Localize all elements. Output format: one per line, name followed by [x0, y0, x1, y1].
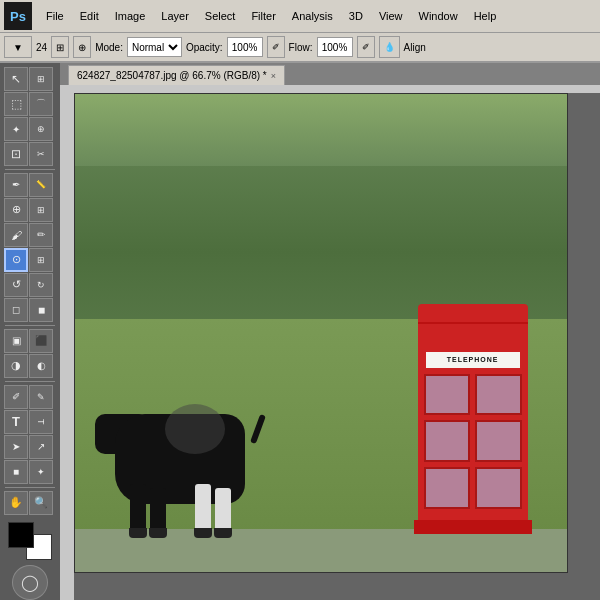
- menu-filter[interactable]: Filter: [243, 6, 283, 26]
- shape-tool[interactable]: ■: [4, 460, 28, 484]
- clone-stamp-tool[interactable]: ⊙: [4, 248, 28, 272]
- menu-view[interactable]: View: [371, 6, 411, 26]
- telephone-box: TELEPHONE: [418, 304, 528, 534]
- opacity-label: Opacity:: [186, 42, 223, 53]
- cow-leg-4: [215, 488, 231, 534]
- extra-tool-ellipse[interactable]: ◯: [12, 565, 48, 600]
- fill-tools: ▣ ⬛: [4, 329, 56, 353]
- history-tools: ↺ ↻: [4, 273, 56, 297]
- paint-tools: 🖌 ✏: [4, 223, 56, 247]
- custom-shape-tool[interactable]: ✦: [29, 460, 53, 484]
- brush-size-label: 24: [36, 42, 47, 53]
- spot-heal-tool[interactable]: ⊕: [4, 198, 28, 222]
- flow-pen-btn[interactable]: ✐: [357, 36, 375, 58]
- tab-bar: 624827_82504787.jpg @ 66.7% (RGB/8) * ×: [60, 63, 600, 85]
- flow-input[interactable]: [317, 37, 353, 57]
- menu-analysis[interactable]: Analysis: [284, 6, 341, 26]
- sample-tools: ✒ 📏: [4, 173, 56, 197]
- menu-file[interactable]: File: [38, 6, 72, 26]
- ruler-top: [60, 85, 600, 93]
- menu-items: File Edit Image Layer Select Filter Anal…: [38, 6, 504, 26]
- menu-select[interactable]: Select: [197, 6, 244, 26]
- heal-tools: ⊕ ⊞: [4, 198, 56, 222]
- left-toolbar: ↖ ⊞ ⬚ ⌒ ✦ ⊕ ⊡ ✂ ✒ 📏 ⊕ ⊞ 🖌: [0, 63, 60, 600]
- quick-select-tool[interactable]: ⊕: [29, 117, 53, 141]
- cow-patch: [165, 404, 225, 454]
- mode-type-btn[interactable]: ⊕: [73, 36, 91, 58]
- gradient-tool[interactable]: ▣: [4, 329, 28, 353]
- separator-1: [5, 169, 55, 170]
- canvas-area: 624827_82504787.jpg @ 66.7% (RGB/8) * ×: [60, 63, 600, 600]
- bg-eraser-tool[interactable]: ◼: [29, 298, 53, 322]
- art-history-brush-tool[interactable]: ↻: [29, 273, 53, 297]
- cow-hoof-4: [214, 528, 232, 538]
- magic-wand-tool[interactable]: ✦: [4, 117, 28, 141]
- fill-tool[interactable]: ⬛: [29, 329, 53, 353]
- menu-window[interactable]: Window: [411, 6, 466, 26]
- cow-hoof-3: [194, 528, 212, 538]
- phonebox-windows: [424, 374, 522, 509]
- crop-tools: ⊡ ✂: [4, 142, 56, 166]
- freeform-pen-tool[interactable]: ✎: [29, 385, 53, 409]
- tab-close-btn[interactable]: ×: [271, 71, 276, 81]
- path-select-tool[interactable]: ➤: [4, 435, 28, 459]
- heal-tool[interactable]: ⊞: [29, 198, 53, 222]
- phonebox-sign: TELEPHONE: [426, 352, 520, 368]
- main-area: ↖ ⊞ ⬚ ⌒ ✦ ⊕ ⊡ ✂ ✒ 📏 ⊕ ⊞ 🖌: [0, 63, 600, 600]
- artboard-tool[interactable]: ⊞: [29, 67, 53, 91]
- cow-hoof-1: [129, 528, 147, 538]
- vertical-text-tool[interactable]: T: [29, 410, 53, 434]
- direct-select-tool[interactable]: ↗: [29, 435, 53, 459]
- foreground-color-swatch[interactable]: [8, 522, 34, 548]
- move-tools: ↖ ⊞: [4, 67, 56, 91]
- opacity-input[interactable]: [227, 37, 263, 57]
- dodge-tool[interactable]: ◑: [4, 354, 28, 378]
- move-tool[interactable]: ↖: [4, 67, 28, 91]
- menubar: Ps File Edit Image Layer Select Filter A…: [0, 0, 600, 33]
- hand-tool[interactable]: ✋: [4, 491, 28, 515]
- pattern-stamp-tool[interactable]: ⊞: [29, 248, 53, 272]
- brush-presets-btn[interactable]: ⊞: [51, 36, 69, 58]
- cow-leg-2: [150, 488, 166, 534]
- path-tools: ➤ ↗: [4, 435, 56, 459]
- eraser-tool[interactable]: ◻: [4, 298, 28, 322]
- cow-hoof-2: [149, 528, 167, 538]
- slice-tool[interactable]: ✂: [29, 142, 53, 166]
- menu-help[interactable]: Help: [466, 6, 505, 26]
- mode-select[interactable]: Normal: [127, 37, 182, 57]
- phonebox-window-4: [475, 420, 522, 462]
- phonebox-window-2: [475, 374, 522, 416]
- pen-tool[interactable]: ✐: [4, 385, 28, 409]
- phonebox-window-6: [475, 467, 522, 509]
- ps-logo: Ps: [4, 2, 32, 30]
- menu-3d[interactable]: 3D: [341, 6, 371, 26]
- menu-image[interactable]: Image: [107, 6, 154, 26]
- align-label: Align: [404, 42, 426, 53]
- shape-tools: ■ ✦: [4, 460, 56, 484]
- separator-3: [5, 381, 55, 382]
- brush-picker-btn[interactable]: ▼: [4, 36, 32, 58]
- zoom-tool[interactable]: 🔍: [29, 491, 53, 515]
- eyedropper-tool[interactable]: ✒: [4, 173, 28, 197]
- ruler-tool[interactable]: 📏: [29, 173, 53, 197]
- menu-edit[interactable]: Edit: [72, 6, 107, 26]
- text-tool[interactable]: T: [4, 410, 28, 434]
- cow: [95, 364, 275, 534]
- menu-layer[interactable]: Layer: [153, 6, 197, 26]
- image-canvas[interactable]: TELEPHONE: [74, 93, 568, 573]
- crop-tool[interactable]: ⊡: [4, 142, 28, 166]
- sky: [75, 94, 567, 166]
- airbrush-btn[interactable]: 💧: [379, 36, 400, 58]
- wand-tools: ✦ ⊕: [4, 117, 56, 141]
- opacity-pen-btn[interactable]: ✐: [267, 36, 285, 58]
- flow-label: Flow:: [289, 42, 313, 53]
- select-tools: ⬚ ⌒: [4, 92, 56, 116]
- document-tab[interactable]: 624827_82504787.jpg @ 66.7% (RGB/8) * ×: [68, 65, 285, 85]
- lasso-tool[interactable]: ⌒: [29, 92, 53, 116]
- history-brush-tool[interactable]: ↺: [4, 273, 28, 297]
- burn-tool[interactable]: ◐: [29, 354, 53, 378]
- brush-tool[interactable]: 🖌: [4, 223, 28, 247]
- stamp-tools: ⊙ ⊞: [4, 248, 56, 272]
- marquee-tool[interactable]: ⬚: [4, 92, 28, 116]
- pencil-tool[interactable]: ✏: [29, 223, 53, 247]
